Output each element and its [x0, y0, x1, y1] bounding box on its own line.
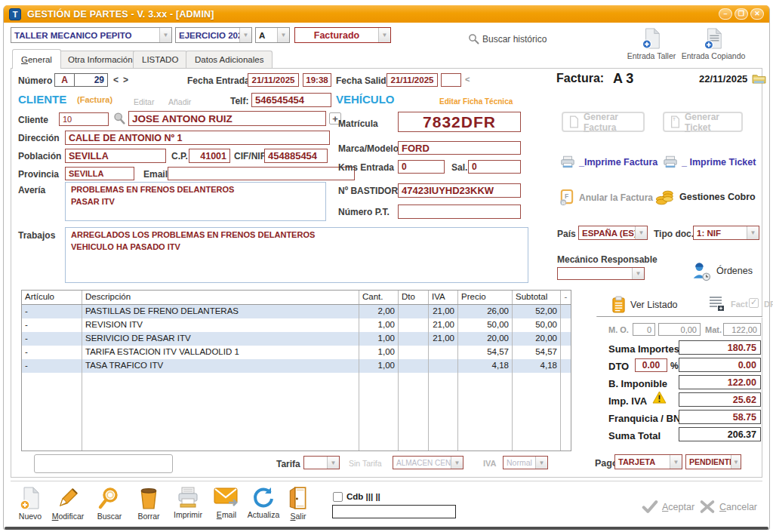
- chevron-down-icon[interactable]: ▼: [327, 457, 339, 469]
- modificar-button[interactable]: Modificar: [47, 486, 89, 521]
- chevron-down-icon[interactable]: ▼: [670, 455, 682, 469]
- ejercicio-select[interactable]: EJERCICIO 2025 ▼: [175, 27, 252, 43]
- tarifa-label: Tarifa: [276, 459, 300, 469]
- suma-total-field: 206.37: [679, 427, 761, 441]
- numero-pt-field[interactable]: [398, 204, 521, 219]
- cancelar-button[interactable]: Cancelar: [699, 500, 757, 514]
- cdb-checkbox[interactable]: [333, 492, 343, 502]
- table-row[interactable]: - TARIFA ESTACION ITV VALLADOLID 1 1,00 …: [22, 346, 571, 359]
- folder-icon[interactable]: [752, 72, 766, 84]
- bastidor-field[interactable]: 47423IUYHD23KKW: [398, 183, 521, 198]
- email-field[interactable]: [168, 167, 355, 180]
- marca-modelo-field[interactable]: FORD: [398, 141, 521, 155]
- imprime-ticket-button[interactable]: _ Imprime Ticket: [663, 155, 756, 168]
- almacen-select[interactable]: ALMACEN CENTRAL ▼: [393, 456, 463, 469]
- tarifa-select[interactable]: ▼: [303, 456, 340, 469]
- salir-button[interactable]: Salir: [277, 486, 319, 521]
- prev-record-button[interactable]: <: [113, 75, 119, 85]
- cliente-codigo-field[interactable]: 10: [59, 112, 109, 126]
- table-row[interactable]: - REVISION ITV 1,00 21,00 50,00 50,00: [22, 318, 571, 332]
- dto-pct-field[interactable]: 0.00: [635, 358, 667, 372]
- anular-factura-button[interactable]: FR Anular la Factura: [559, 189, 653, 206]
- table-row[interactable]: - PASTILLAS DE FRENO DELANTERAS 2,00 21,…: [22, 305, 571, 318]
- estado-pago-select[interactable]: PENDIENTE ▼: [685, 454, 741, 469]
- hora-entrada-field[interactable]: 19:38: [303, 73, 331, 87]
- buscar-button[interactable]: Buscar: [88, 486, 131, 521]
- matricula-field[interactable]: 7832DFR: [398, 112, 521, 132]
- close-icon[interactable]: ✕: [750, 8, 764, 20]
- cliente-lookup-icon[interactable]: [112, 112, 125, 125]
- table-row[interactable]: - TASA TRAFICO ITV 1,00 4,18 4,18: [22, 359, 571, 373]
- cdb-label: Cdb ||| ||: [346, 492, 380, 501]
- envelope-icon: [214, 486, 239, 509]
- tab-listado[interactable]: LISTADO: [133, 51, 187, 68]
- nuevo-button[interactable]: Nuevo: [9, 486, 51, 521]
- ver-listado-button[interactable]: Ver Listado: [611, 296, 678, 313]
- hora-salida-field[interactable]: [441, 73, 461, 87]
- new-document-icon: [19, 486, 42, 510]
- chevron-down-icon[interactable]: ▼: [731, 455, 741, 469]
- tipo-doc-select[interactable]: 1: NIF ▼: [693, 226, 759, 240]
- estado-select[interactable]: Facturado ▼: [294, 27, 391, 43]
- chevron-down-icon[interactable]: ▼: [378, 28, 390, 42]
- serie-select[interactable]: A ▼: [255, 27, 290, 43]
- fact-checkbox[interactable]: [749, 298, 759, 308]
- aceptar-button[interactable]: Aceptar: [642, 500, 694, 514]
- imprimir-button[interactable]: Imprimir: [167, 486, 209, 519]
- borrar-button[interactable]: Borrar: [128, 486, 170, 521]
- tab-datos-adicionales[interactable]: Datos Adicionales: [186, 51, 273, 68]
- chevron-down-icon[interactable]: ▼: [451, 457, 463, 469]
- chevron-down-icon[interactable]: ▼: [632, 268, 644, 279]
- company-select[interactable]: TALLER MECANICO PEPITO ▼: [11, 27, 172, 43]
- direccion-field[interactable]: CALLE DE ANTONIO Nº 1: [65, 131, 330, 145]
- cliente-nombre-field[interactable]: JOSE ANTONO RUIZ: [128, 111, 326, 126]
- numero-serie-field[interactable]: A: [54, 73, 75, 87]
- fecha-salida-field[interactable]: 21/11/2025: [386, 73, 438, 87]
- chevron-down-icon[interactable]: ▼: [635, 226, 647, 239]
- chevron-down-icon[interactable]: ▼: [747, 226, 759, 239]
- kms-entrada-field[interactable]: 0: [398, 160, 445, 174]
- chevron-down-icon[interactable]: ▼: [239, 28, 251, 42]
- pais-select[interactable]: ESPAÑA (ES) ▼: [578, 226, 648, 240]
- ordenes-button[interactable]: Órdenes: [691, 260, 753, 281]
- listado-detalle-icon[interactable]: [708, 294, 725, 312]
- email-button[interactable]: Email: [205, 486, 248, 519]
- mecanico-select[interactable]: ▼: [557, 267, 645, 280]
- entrada-taller-button[interactable]: Entrada Taller: [627, 27, 676, 60]
- table-row[interactable]: - SERIVICIO DE PASAR ITV 1,00 21,00 20,0…: [22, 332, 571, 346]
- salida-nav-button[interactable]: <: [465, 75, 470, 84]
- cp-field[interactable]: 41001: [189, 149, 230, 163]
- tab-general[interactable]: General: [12, 49, 61, 69]
- trabajos-textarea[interactable]: ARREGLADOS LOS PROBLEMAS EN FRENOS DELAN…: [65, 227, 528, 283]
- generar-ticket-button[interactable]: T Generar Ticket: [663, 112, 743, 132]
- trabajos-label: Trabajos: [18, 230, 55, 241]
- chevron-down-icon[interactable]: ▼: [535, 457, 547, 469]
- cdb-input[interactable]: [332, 505, 456, 518]
- imprime-factura-button[interactable]: _Imprime Factura: [560, 155, 658, 168]
- tab-otra-informacion[interactable]: Otra Información: [59, 51, 142, 68]
- suma-total-label: Suma Total: [608, 430, 661, 441]
- kms-salida-field[interactable]: 0: [468, 160, 521, 174]
- cif-field[interactable]: 454885454: [264, 149, 328, 163]
- chevron-down-icon[interactable]: ▼: [277, 28, 289, 42]
- next-record-button[interactable]: >: [123, 75, 128, 85]
- anadir-cliente-link[interactable]: Añadir: [168, 97, 191, 106]
- minimize-icon[interactable]: –: [719, 8, 732, 20]
- gestiones-cobro-button[interactable]: Gestiones Cobro: [655, 187, 756, 207]
- fecha-entrada-field[interactable]: 21/11/2025: [248, 73, 299, 87]
- telf-field[interactable]: 546545454: [251, 93, 331, 107]
- editar-ficha-tecnica-link[interactable]: Editar Ficha Técnica: [439, 97, 513, 106]
- buscar-historico-button[interactable]: Buscar histórico: [468, 33, 547, 45]
- search-icon: [468, 33, 479, 45]
- generar-factura-button[interactable]: Generar Factura: [562, 112, 645, 132]
- provincia-field[interactable]: SEVILLA: [65, 167, 134, 180]
- maximize-icon[interactable]: ❐: [735, 8, 748, 20]
- iva-select[interactable]: Normal ▼: [503, 456, 548, 469]
- poblacion-field[interactable]: SEVILLA: [65, 149, 166, 163]
- pago-select[interactable]: TARJETA ▼: [614, 454, 682, 469]
- editar-cliente-link[interactable]: Editar: [134, 97, 154, 106]
- numero-field[interactable]: 29: [74, 73, 108, 87]
- entrada-copiando-button[interactable]: Entrada Copiando: [682, 27, 744, 60]
- averia-textarea[interactable]: PROBLEMAS EN FRENOS DELANTEROS PASAR ITV: [65, 182, 326, 221]
- chevron-down-icon[interactable]: ▼: [159, 28, 171, 42]
